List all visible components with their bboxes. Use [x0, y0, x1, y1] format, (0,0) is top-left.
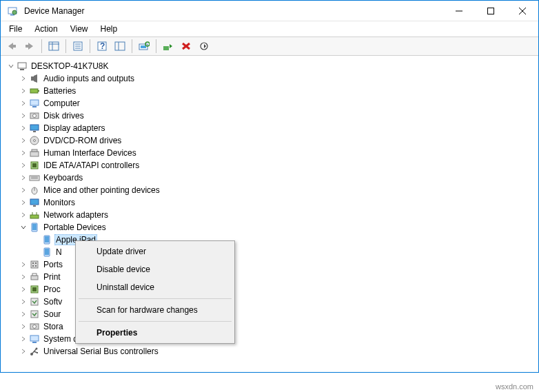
- tree-item[interactable]: Computer: [3, 97, 536, 110]
- svg-rect-45: [30, 152, 39, 156]
- svg-point-69: [35, 265, 37, 267]
- svg-rect-60: [32, 224, 37, 230]
- close-button[interactable]: [507, 1, 538, 21]
- svg-rect-56: [30, 215, 39, 218]
- device-category-icon: [29, 172, 40, 183]
- chevron-right-icon[interactable]: [19, 185, 28, 195]
- tree-item[interactable]: Batteries: [3, 85, 536, 97]
- menu-file[interactable]: File: [3, 23, 28, 35]
- chevron-down-icon[interactable]: [6, 61, 16, 71]
- update-driver-button[interactable]: [160, 38, 176, 54]
- svg-rect-64: [45, 249, 49, 255]
- svg-marker-7: [8, 43, 13, 50]
- action-button[interactable]: [112, 38, 128, 54]
- tree-item[interactable]: Portable Devices: [3, 221, 536, 234]
- svg-rect-10: [26, 45, 28, 48]
- svg-rect-74: [31, 298, 38, 305]
- tree-item[interactable]: Network adapters: [3, 209, 536, 221]
- ctx-uninstall-device[interactable]: Uninstall device: [77, 278, 233, 296]
- device-category-icon: [29, 333, 40, 344]
- tree-item[interactable]: IDE ATA/ATAPI controllers: [3, 159, 536, 172]
- tree-item[interactable]: Display adapters: [3, 122, 536, 134]
- svg-rect-33: [31, 76, 34, 81]
- chevron-right-icon[interactable]: [19, 111, 28, 121]
- device-category-icon: [29, 123, 40, 134]
- titlebar: Device Manager: [1, 1, 538, 21]
- chevron-right-icon[interactable]: [19, 198, 28, 207]
- chevron-right-icon[interactable]: [19, 99, 28, 108]
- tree-item-label: Portable Devices: [42, 222, 108, 233]
- chevron-right-icon[interactable]: [19, 260, 28, 269]
- tree-item-label: N: [54, 247, 63, 258]
- chevron-right-icon[interactable]: [19, 136, 28, 145]
- chevron-down-icon[interactable]: [19, 223, 28, 232]
- svg-rect-46: [32, 149, 37, 152]
- chevron-right-icon[interactable]: [19, 347, 28, 356]
- svg-rect-75: [31, 311, 38, 318]
- svg-rect-36: [38, 90, 39, 92]
- tree-item-label: Print: [42, 271, 62, 282]
- back-button[interactable]: [3, 38, 20, 54]
- device-category-icon: [29, 160, 40, 171]
- tree-item[interactable]: Monitors: [3, 196, 536, 209]
- svg-rect-35: [30, 89, 38, 93]
- chevron-right-icon[interactable]: [19, 334, 28, 344]
- chevron-right-icon[interactable]: [19, 148, 28, 158]
- chevron-right-icon[interactable]: [19, 272, 28, 282]
- maximize-button[interactable]: [475, 1, 507, 21]
- tree-item[interactable]: Human Interface Devices: [3, 147, 536, 159]
- svg-point-68: [32, 265, 34, 267]
- scan-hardware-button[interactable]: [136, 38, 152, 54]
- chevron-right-icon[interactable]: [19, 123, 28, 133]
- chevron-right-icon[interactable]: [19, 297, 28, 307]
- device-icon: [41, 247, 52, 258]
- tree-item-label: Sour: [42, 309, 62, 320]
- device-category-icon: [29, 110, 40, 121]
- tree-item[interactable]: Audio inputs and outputs: [3, 72, 536, 85]
- device-category-icon: [29, 321, 40, 332]
- properties-button[interactable]: [70, 38, 86, 54]
- uninstall-device-button[interactable]: [178, 38, 194, 54]
- tree-item-label: Human Interface Devices: [42, 147, 138, 158]
- ctx-disable-device[interactable]: Disable device: [77, 260, 233, 278]
- tree-item[interactable]: Universal Serial Bus controllers: [3, 345, 536, 358]
- svg-rect-48: [32, 163, 37, 167]
- ctx-update-driver[interactable]: Update driver: [77, 243, 233, 260]
- show-hide-tree-button[interactable]: [45, 38, 62, 54]
- chevron-right-icon[interactable]: [19, 74, 28, 83]
- ctx-separator: [79, 298, 232, 299]
- device-category-icon: [29, 259, 40, 270]
- ctx-separator: [79, 321, 232, 322]
- minimize-button[interactable]: [443, 1, 475, 21]
- ctx-scan-hardware[interactable]: Scan for hardware changes: [77, 301, 233, 319]
- chevron-right-icon[interactable]: [19, 161, 28, 170]
- menu-action[interactable]: Action: [29, 23, 63, 35]
- svg-rect-71: [32, 274, 37, 276]
- tree-item[interactable]: Disk drives: [3, 110, 536, 122]
- disable-device-button[interactable]: [196, 38, 212, 54]
- chevron-right-icon[interactable]: [19, 210, 28, 220]
- ctx-properties[interactable]: Properties: [77, 324, 233, 342]
- toolbar-separator: [132, 39, 132, 53]
- menu-help[interactable]: Help: [95, 23, 123, 35]
- tree-item[interactable]: Keyboards: [3, 172, 536, 184]
- svg-marker-30: [204, 44, 206, 48]
- tree-root[interactable]: DESKTOP-41K7U8K: [3, 60, 536, 72]
- chevron-right-icon[interactable]: [19, 285, 28, 294]
- chevron-right-icon[interactable]: [19, 309, 28, 319]
- menubar: File Action View Help: [1, 21, 538, 37]
- chevron-right-icon[interactable]: [19, 86, 28, 96]
- tree-item[interactable]: DVD/CD-ROM drives: [3, 134, 536, 147]
- device-category-icon: [29, 197, 40, 208]
- svg-rect-11: [49, 42, 59, 50]
- device-category-icon: [29, 185, 40, 196]
- toolbar-separator: [156, 39, 156, 53]
- chevron-right-icon[interactable]: [19, 173, 28, 183]
- menu-view[interactable]: View: [65, 23, 94, 35]
- forward-button[interactable]: [21, 38, 38, 54]
- chevron-right-icon[interactable]: [19, 322, 28, 331]
- svg-rect-54: [30, 199, 39, 205]
- help-button[interactable]: ?: [94, 38, 110, 54]
- svg-rect-20: [115, 42, 125, 50]
- tree-item[interactable]: Mice and other pointing devices: [3, 184, 536, 196]
